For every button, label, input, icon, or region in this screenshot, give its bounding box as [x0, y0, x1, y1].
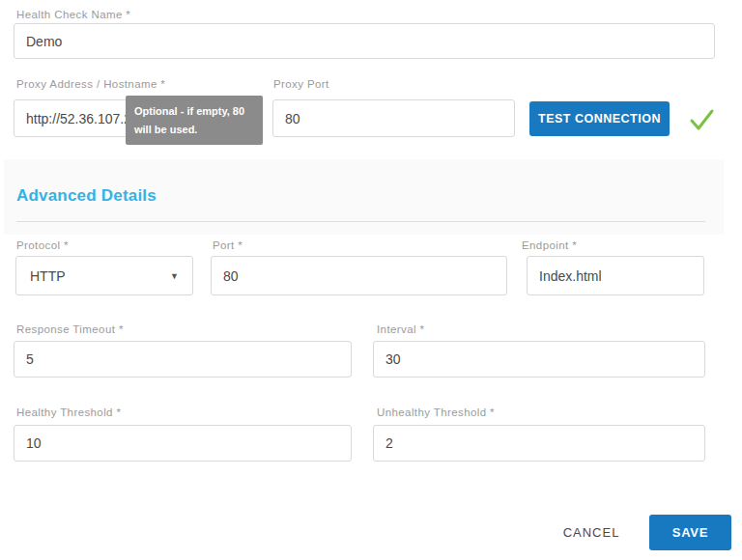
interval-label: Interval *: [377, 323, 424, 335]
advanced-details-section: Advanced Details: [4, 159, 724, 235]
health-check-name-label: Health Check Name *: [16, 9, 130, 20]
unhealthy-threshold-label: Unhealthy Threshold *: [377, 406, 495, 418]
health-check-form: Health Check Name * Proxy Address / Host…: [0, 0, 742, 560]
protocol-label: Protocol *: [16, 239, 69, 251]
endpoint-label: Endpoint *: [522, 239, 577, 251]
interval-input[interactable]: [373, 341, 705, 378]
healthy-threshold-input[interactable]: [14, 425, 352, 462]
protocol-dropdown[interactable]: HTTP ▼: [15, 256, 193, 295]
response-timeout-label: Response Timeout *: [16, 323, 124, 335]
port-input[interactable]: [211, 256, 507, 295]
proxy-address-label: Proxy Address / Hostname *: [16, 78, 165, 90]
proxy-port-label: Proxy Port: [273, 78, 329, 90]
proxy-port-tooltip: Optional - if empty, 80 will be used.: [126, 96, 263, 145]
healthy-threshold-label: Healthy Threshold *: [16, 406, 121, 418]
test-connection-button[interactable]: TEST CONNECTION: [529, 101, 670, 136]
unhealthy-threshold-input[interactable]: [373, 425, 705, 462]
protocol-selected-value: HTTP: [30, 268, 66, 284]
response-timeout-input[interactable]: [14, 341, 352, 378]
chevron-down-icon: ▼: [170, 271, 179, 281]
save-button[interactable]: SAVE: [649, 515, 731, 550]
advanced-details-heading: Advanced Details: [16, 186, 157, 206]
port-label: Port *: [213, 239, 243, 251]
proxy-port-input[interactable]: [272, 99, 515, 137]
health-check-name-input[interactable]: [14, 23, 715, 59]
endpoint-input[interactable]: [527, 256, 704, 295]
success-check-icon: [688, 106, 715, 133]
section-divider: [16, 221, 705, 222]
cancel-button[interactable]: CANCEL: [553, 518, 630, 546]
